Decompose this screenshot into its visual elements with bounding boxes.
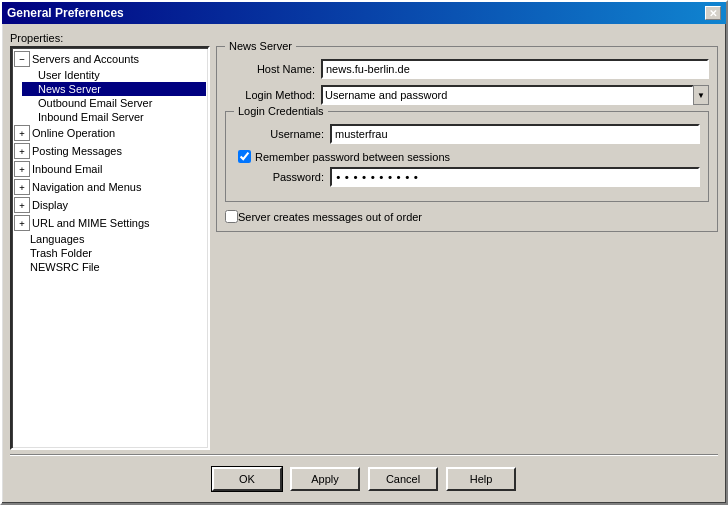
sidebar-label-outbound-email-server: Outbound Email Server [38,97,152,109]
sidebar-label-news-server: News Server [38,83,101,95]
sidebar-label-user-identity: User Identity [38,69,100,81]
tree-panel: − Servers and Accounts User Identity New… [10,46,210,450]
server-creates-checkbox[interactable] [225,210,238,223]
sidebar-label-languages: Languages [30,233,84,245]
sidebar-label-servers-and-accounts: Servers and Accounts [32,53,139,65]
password-row: Password: [234,167,700,187]
remember-password-label: Remember password between sessions [255,151,450,163]
sidebar-label-posting-messages: Posting Messages [32,145,122,157]
sidebar-item-languages[interactable]: Languages [14,232,206,246]
news-server-group: News Server Host Name: Login Method: Use… [216,46,718,232]
password-input[interactable] [330,167,700,187]
sidebar-label-inbound-email: Inbound Email [32,163,102,175]
apply-button[interactable]: Apply [290,467,360,491]
sidebar-item-display[interactable]: + Display [14,196,206,214]
remember-password-row: Remember password between sessions [238,150,700,163]
divider [10,454,718,455]
sidebar-item-navigation-and-menus[interactable]: + Navigation and Menus [14,178,206,196]
title-bar: General Preferences ✕ [2,2,726,24]
title-bar-title: General Preferences [7,6,124,20]
window-title: General Preferences [7,6,124,20]
sidebar-label-url-and-mime-settings: URL and MIME Settings [32,217,150,229]
remember-password-checkbox[interactable] [238,150,251,163]
host-name-label: Host Name: [225,63,315,75]
general-preferences-window: General Preferences ✕ Properties: − Serv… [0,0,728,505]
sidebar-item-newsrc-file[interactable]: NEWSRC File [14,260,206,274]
sidebar-item-servers-and-accounts[interactable]: − Servers and Accounts [14,50,206,68]
news-server-group-title: News Server [225,40,296,52]
server-creates-row: Server creates messages out of order [225,210,709,223]
button-bar: OK Apply Cancel Help [10,459,718,495]
sidebar-label-newsrc-file: NEWSRC File [30,261,100,273]
expander-url-and-mime-settings[interactable]: + [14,215,30,231]
expander-navigation-and-menus[interactable]: + [14,179,30,195]
cancel-button[interactable]: Cancel [368,467,438,491]
sidebar-label-inbound-email-server: Inbound Email Server [38,111,144,123]
sidebar-item-outbound-email-server[interactable]: Outbound Email Server [22,96,206,110]
sidebar-item-user-identity[interactable]: User Identity [22,68,206,82]
sidebar-label-trash-folder: Trash Folder [30,247,92,259]
help-button[interactable]: Help [446,467,516,491]
sidebar-label-navigation-and-menus: Navigation and Menus [32,181,141,193]
login-credentials-group: Login Credentials Username: Remember pas… [225,111,709,202]
host-name-input[interactable] [321,59,709,79]
expander-inbound-email[interactable]: + [14,161,30,177]
right-panel: News Server Host Name: Login Method: Use… [216,46,718,450]
username-label: Username: [234,128,324,140]
sidebar-item-inbound-email[interactable]: + Inbound Email [14,160,206,178]
sidebar-item-inbound-email-server[interactable]: Inbound Email Server [22,110,206,124]
main-area: − Servers and Accounts User Identity New… [10,46,718,450]
login-method-row: Login Method: Username and password Anon… [225,85,709,105]
sidebar-item-posting-messages[interactable]: + Posting Messages [14,142,206,160]
select-arrow-icon: ▼ [693,85,709,105]
window-content: Properties: − Servers and Accounts User … [2,24,726,503]
login-credentials-title: Login Credentials [234,105,328,117]
sidebar-item-url-and-mime-settings[interactable]: + URL and MIME Settings [14,214,206,232]
expander-display[interactable]: + [14,197,30,213]
expander-servers-and-accounts[interactable]: − [14,51,30,67]
properties-label: Properties: [10,32,718,44]
password-label: Password: [234,171,324,183]
close-button[interactable]: ✕ [705,6,721,20]
sidebar-label-online-operation: Online Operation [32,127,115,139]
username-row: Username: [234,124,700,144]
login-method-label: Login Method: [225,89,315,101]
sidebar-item-news-server[interactable]: News Server [22,82,206,96]
expander-posting-messages[interactable]: + [14,143,30,159]
expander-online-operation[interactable]: + [14,125,30,141]
host-name-row: Host Name: [225,59,709,79]
username-input[interactable] [330,124,700,144]
login-method-select-wrapper: Username and password Anonymous None ▼ [321,85,709,105]
sidebar-label-display: Display [32,199,68,211]
sidebar-item-trash-folder[interactable]: Trash Folder [14,246,206,260]
ok-button[interactable]: OK [212,467,282,491]
sidebar-item-online-operation[interactable]: + Online Operation [14,124,206,142]
server-creates-label: Server creates messages out of order [238,211,422,223]
login-method-select[interactable]: Username and password Anonymous None [321,85,694,105]
